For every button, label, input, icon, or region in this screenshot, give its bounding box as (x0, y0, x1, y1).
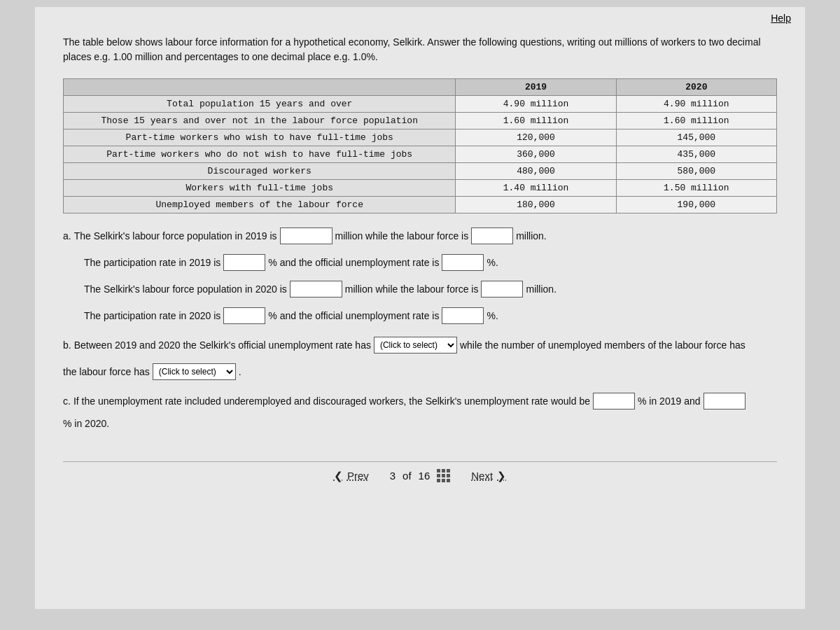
prev-label: Prev (347, 470, 369, 482)
a-line2-pre: The participation rate in 2019 is (84, 253, 220, 272)
a-input-unemp-rate-2019[interactable] (442, 254, 484, 271)
page-of: of (402, 470, 412, 482)
b-post: . (239, 362, 241, 382)
question-b-block: b. Between 2019 and 2020 the Selkirk's o… (63, 335, 777, 382)
a-line3-post: million. (526, 279, 556, 299)
page-info: 3 of 16 (390, 469, 451, 482)
b-pre: Between 2019 and 2020 the Selkirk's offi… (74, 335, 371, 355)
table-row-2019-4: 480,000 (456, 163, 616, 180)
main-container: Help The table below shows labour force … (35, 7, 805, 609)
a-input-lf-2019[interactable] (471, 227, 513, 244)
b-line2-lf: the labour force has (63, 362, 150, 382)
question-b-line2: the labour force has (Click to select)in… (63, 362, 777, 382)
page-total: 16 (419, 470, 430, 482)
table-row-label-2: Part-time workers who wish to have full-… (64, 130, 456, 146)
a-input-lf-2020[interactable] (481, 281, 523, 298)
b-mid: while the number of unemployed members o… (460, 335, 746, 355)
a-line4-mid: % and the official unemployment rate is (268, 306, 439, 326)
a-line2-post: %. (486, 253, 498, 272)
next-button[interactable]: Next ❯ (471, 470, 506, 482)
b-dropdown-2-new[interactable]: (Click to select)increaseddecreasedstaye… (153, 363, 236, 380)
b-label: b. (63, 335, 71, 355)
b-dropdown-1-new[interactable]: (Click to select)increaseddecreasedstaye… (374, 337, 457, 354)
table-row-2020-0: 4.90 million (616, 96, 776, 113)
question-b-line: b. Between 2019 and 2020 the Selkirk's o… (63, 335, 777, 355)
table-row-2020-5: 1.50 million (616, 180, 776, 197)
col-header-2019: 2019 (456, 79, 616, 96)
table-row-label-6: Unemployed members of the labour force (64, 197, 456, 214)
next-label: Next (471, 470, 493, 482)
table-row-2019-5: 1.40 million (456, 180, 616, 197)
col-header-empty (64, 79, 456, 96)
table-row-2019-0: 4.90 million (456, 96, 616, 113)
table-row-label-3: Part-time workers who do not wish to hav… (64, 146, 456, 163)
table-row-label-1: Those 15 years and over not in the labou… (64, 113, 456, 130)
question-a-line2: The participation rate in 2019 is % and … (84, 253, 777, 272)
a-input-lfpop-2020[interactable] (290, 281, 342, 298)
question-c-line: c. If the unemployment rate included und… (63, 391, 777, 433)
table-row-2019-6: 180,000 (456, 197, 616, 214)
a-line2-mid: % and the official unemployment rate is (268, 253, 439, 272)
a-label: a. (63, 226, 71, 246)
c-input-2020[interactable] (704, 393, 746, 410)
intro-text: The table below shows labour force infor… (63, 35, 763, 64)
prev-chevron-icon: ❮ (334, 470, 343, 482)
questions-section: a. The Selkirk's labour force population… (63, 226, 777, 433)
a-input-lfpop-2019[interactable] (280, 227, 332, 244)
table-row-2020-6: 190,000 (616, 197, 776, 214)
question-a-block: a. The Selkirk's labour force population… (63, 226, 777, 326)
c-label: c. (63, 391, 71, 411)
a-line4-post: %. (486, 306, 498, 326)
a-line3-pre: The Selkirk's labour force population in… (84, 279, 287, 299)
table-row-2020-1: 1.60 million (616, 113, 776, 130)
table-row-label-4: Discouraged workers (64, 163, 456, 180)
next-chevron-icon: ❯ (497, 470, 506, 482)
question-a-line1: a. The Selkirk's labour force population… (63, 226, 777, 246)
col-header-2020: 2020 (616, 79, 776, 96)
data-table: 2019 2020 Total population 15 years and … (63, 78, 777, 214)
a-input-part-rate-2019[interactable] (223, 254, 265, 271)
table-row-label-0: Total population 15 years and over (64, 96, 456, 113)
help-link[interactable]: Help (771, 13, 791, 24)
nav-bar: ❮ Prev 3 of 16 Next ❯ (63, 461, 777, 489)
a-line1-pre: The Selkirk's labour force population in… (74, 226, 277, 246)
prev-button[interactable]: ❮ Prev (334, 470, 369, 482)
grid-icon (437, 469, 450, 482)
table-row-2019-1: 1.60 million (456, 113, 616, 130)
table-row-2020-3: 435,000 (616, 146, 776, 163)
c-pre: If the unemployment rate included undere… (74, 391, 590, 411)
a-line3-mid: million while the labour force is (345, 279, 479, 299)
c-mid: % in 2019 and (638, 391, 701, 411)
a-input-part-rate-2020[interactable] (223, 307, 265, 324)
a-input-unemp-rate-2020[interactable] (442, 307, 484, 324)
table-row-label-5: Workers with full-time jobs (64, 180, 456, 197)
page-current: 3 (390, 470, 396, 482)
table-row-2020-2: 145,000 (616, 130, 776, 146)
c-input-2019[interactable] (593, 393, 635, 410)
question-a-line4: The participation rate in 2020 is % and … (84, 306, 777, 326)
a-line1-post: million. (516, 226, 547, 246)
question-a-line3: The Selkirk's labour force population in… (84, 279, 777, 299)
a-line1-mid: million while the labour force is (335, 226, 469, 246)
table-row-2019-3: 360,000 (456, 146, 616, 163)
c-post: % in 2020. (63, 414, 109, 433)
table-row-2020-4: 580,000 (616, 163, 776, 180)
a-line4-pre: The participation rate in 2020 is (84, 306, 220, 326)
question-c-block: c. If the unemployment rate included und… (63, 391, 777, 433)
table-row-2019-2: 120,000 (456, 130, 616, 146)
